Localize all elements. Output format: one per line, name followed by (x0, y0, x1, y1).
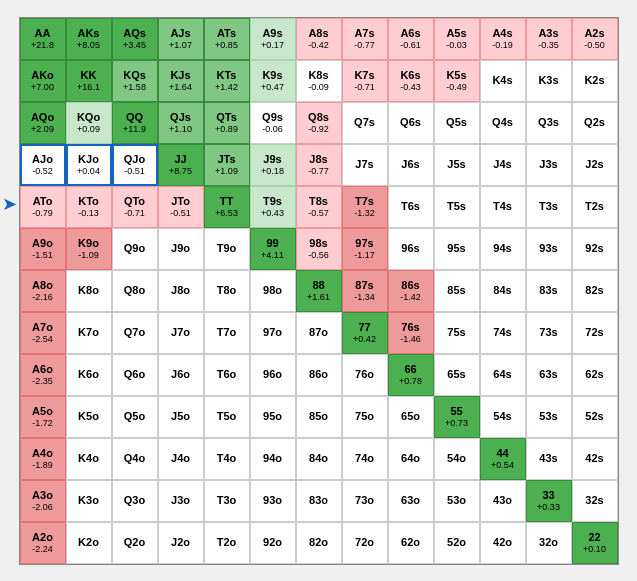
cell-88[interactable]: 88+1.61 (296, 270, 342, 312)
cell-83o[interactable]: 83o (296, 480, 342, 522)
cell-93o[interactable]: 93o (250, 480, 296, 522)
cell-96o[interactable]: 96o (250, 354, 296, 396)
cell-44[interactable]: 44+0.54 (480, 438, 526, 480)
cell-aa[interactable]: AA+21.8 (20, 18, 66, 60)
cell-t2o[interactable]: T2o (204, 522, 250, 564)
cell-j5o[interactable]: J5o (158, 396, 204, 438)
cell-33[interactable]: 33+0.33 (526, 480, 572, 522)
cell-22[interactable]: 22+0.10 (572, 522, 618, 564)
cell-kjs[interactable]: KJs+1.64 (158, 60, 204, 102)
cell-q5s[interactable]: Q5s (434, 102, 480, 144)
cell-k5s[interactable]: K5s-0.49 (434, 60, 480, 102)
cell-a2s[interactable]: A2s-0.50 (572, 18, 618, 60)
cell-63s[interactable]: 63s (526, 354, 572, 396)
cell-32o[interactable]: 32o (526, 522, 572, 564)
cell-k5o[interactable]: K5o (66, 396, 112, 438)
cell-k2s[interactable]: K2s (572, 60, 618, 102)
cell-32s[interactable]: 32s (572, 480, 618, 522)
cell-qjo[interactable]: QJo-0.51 (112, 144, 158, 186)
cell-75s[interactable]: 75s (434, 312, 480, 354)
cell-86o[interactable]: 86o (296, 354, 342, 396)
cell-q4o[interactable]: Q4o (112, 438, 158, 480)
cell-54o[interactable]: 54o (434, 438, 480, 480)
cell-j9o[interactable]: J9o (158, 228, 204, 270)
cell-a5o[interactable]: A5o-1.72 (20, 396, 66, 438)
cell-84o[interactable]: 84o (296, 438, 342, 480)
cell-q6o[interactable]: Q6o (112, 354, 158, 396)
cell-jts[interactable]: JTs+1.09 (204, 144, 250, 186)
cell-ajo[interactable]: AJo-0.52 (20, 144, 66, 186)
cell-75o[interactable]: 75o (342, 396, 388, 438)
cell-j4s[interactable]: J4s (480, 144, 526, 186)
cell-j2o[interactable]: J2o (158, 522, 204, 564)
cell-kts[interactable]: KTs+1.42 (204, 60, 250, 102)
cell-k2o[interactable]: K2o (66, 522, 112, 564)
cell-k8o[interactable]: K8o (66, 270, 112, 312)
cell-tt[interactable]: TT+6.53 (204, 186, 250, 228)
cell-j6s[interactable]: J6s (388, 144, 434, 186)
cell-t3o[interactable]: T3o (204, 480, 250, 522)
cell-k9o[interactable]: K9o-1.09 (66, 228, 112, 270)
cell-93s[interactable]: 93s (526, 228, 572, 270)
cell-k7o[interactable]: K7o (66, 312, 112, 354)
cell-t9o[interactable]: T9o (204, 228, 250, 270)
cell-k4s[interactable]: K4s (480, 60, 526, 102)
cell-aqo[interactable]: AQo+2.09 (20, 102, 66, 144)
cell-64s[interactable]: 64s (480, 354, 526, 396)
cell-jto[interactable]: JTo-0.51 (158, 186, 204, 228)
cell-43o[interactable]: 43o (480, 480, 526, 522)
cell-t6o[interactable]: T6o (204, 354, 250, 396)
cell-ato[interactable]: ATo-0.79 (20, 186, 66, 228)
cell-a7s[interactable]: A7s-0.77 (342, 18, 388, 60)
cell-63o[interactable]: 63o (388, 480, 434, 522)
cell-q6s[interactable]: Q6s (388, 102, 434, 144)
cell-k6s[interactable]: K6s-0.43 (388, 60, 434, 102)
cell-k9s[interactable]: K9s+0.47 (250, 60, 296, 102)
cell-83s[interactable]: 83s (526, 270, 572, 312)
cell-j7s[interactable]: J7s (342, 144, 388, 186)
cell-87s[interactable]: 87s-1.34 (342, 270, 388, 312)
cell-77[interactable]: 77+0.42 (342, 312, 388, 354)
cell-97s[interactable]: 97s-1.17 (342, 228, 388, 270)
cell-87o[interactable]: 87o (296, 312, 342, 354)
cell-kto[interactable]: KTo-0.13 (66, 186, 112, 228)
cell-ako[interactable]: AKo+7.00 (20, 60, 66, 102)
cell-85s[interactable]: 85s (434, 270, 480, 312)
cell-76o[interactable]: 76o (342, 354, 388, 396)
cell-q7s[interactable]: Q7s (342, 102, 388, 144)
cell-q5o[interactable]: Q5o (112, 396, 158, 438)
cell-53s[interactable]: 53s (526, 396, 572, 438)
cell-95s[interactable]: 95s (434, 228, 480, 270)
cell-q8s[interactable]: Q8s-0.92 (296, 102, 342, 144)
cell-62o[interactable]: 62o (388, 522, 434, 564)
cell-j6o[interactable]: J6o (158, 354, 204, 396)
cell-k3o[interactable]: K3o (66, 480, 112, 522)
cell-j2s[interactable]: J2s (572, 144, 618, 186)
cell-52s[interactable]: 52s (572, 396, 618, 438)
cell-72o[interactable]: 72o (342, 522, 388, 564)
cell-a6o[interactable]: A6o-2.35 (20, 354, 66, 396)
cell-jj[interactable]: JJ+8.75 (158, 144, 204, 186)
cell-t6s[interactable]: T6s (388, 186, 434, 228)
cell-q9o[interactable]: Q9o (112, 228, 158, 270)
cell-73s[interactable]: 73s (526, 312, 572, 354)
cell-j4o[interactable]: J4o (158, 438, 204, 480)
cell-a2o[interactable]: A2o-2.24 (20, 522, 66, 564)
cell-qto[interactable]: QTo-0.71 (112, 186, 158, 228)
cell-94o[interactable]: 94o (250, 438, 296, 480)
cell-kk[interactable]: KK+16.1 (66, 60, 112, 102)
cell-q2o[interactable]: Q2o (112, 522, 158, 564)
cell-q8o[interactable]: Q8o (112, 270, 158, 312)
cell-kqs[interactable]: KQs+1.58 (112, 60, 158, 102)
cell-a5s[interactable]: A5s-0.03 (434, 18, 480, 60)
cell-55[interactable]: 55+0.73 (434, 396, 480, 438)
cell-aqs[interactable]: AQs+3.45 (112, 18, 158, 60)
cell-85o[interactable]: 85o (296, 396, 342, 438)
cell-84s[interactable]: 84s (480, 270, 526, 312)
cell-t5o[interactable]: T5o (204, 396, 250, 438)
cell-66[interactable]: 66+0.78 (388, 354, 434, 396)
cell-92s[interactable]: 92s (572, 228, 618, 270)
cell-j8s[interactable]: J8s-0.77 (296, 144, 342, 186)
cell-42o[interactable]: 42o (480, 522, 526, 564)
cell-j3o[interactable]: J3o (158, 480, 204, 522)
